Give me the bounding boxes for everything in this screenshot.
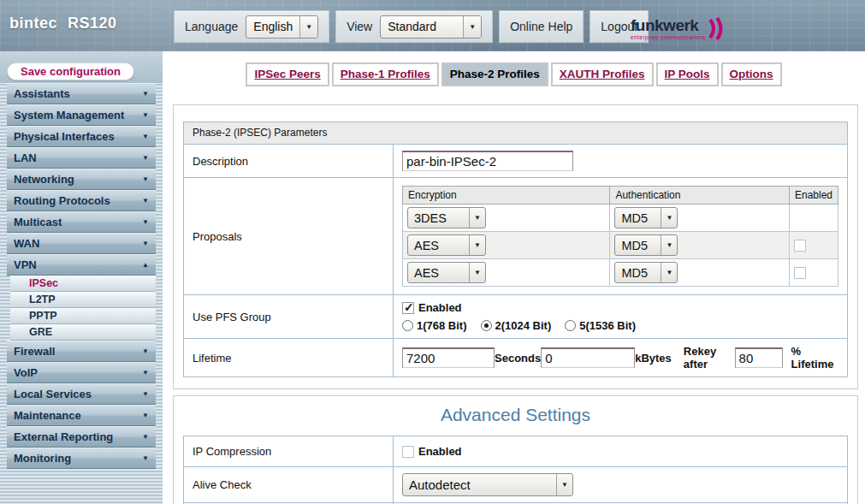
view-select[interactable]: Standard ▼	[380, 15, 482, 39]
tab-ip-pools[interactable]: IP Pools	[656, 62, 719, 86]
proposal-row: AES▼ MD5▼	[403, 259, 838, 287]
proposal-enabled-checkbox[interactable]	[794, 240, 806, 252]
tab-xauth-profiles[interactable]: XAUTH Profiles	[551, 62, 654, 86]
sidebar-item-wan[interactable]: WAN▼	[7, 233, 156, 254]
ip-compression-label: IP Compression	[184, 436, 394, 466]
rekey-percent-input[interactable]	[735, 347, 783, 368]
chevron-down-icon: ▼	[142, 369, 149, 377]
form-row-ip-compression: IP Compression Enabled	[184, 436, 847, 466]
chevron-down-icon: ▼	[142, 390, 149, 398]
sidebar-item-assistants[interactable]: Assistants▼	[7, 83, 156, 104]
save-configuration-label: Save configuration	[21, 65, 121, 78]
sidebar-item-multicast[interactable]: Multicast▼	[7, 211, 156, 233]
chevron-down-icon: ▼	[142, 240, 149, 247]
description-input[interactable]	[402, 151, 573, 171]
chevron-down-icon: ▼	[556, 474, 572, 495]
encryption-select[interactable]: 3DES▼	[407, 207, 486, 228]
language-select[interactable]: English ▼	[246, 15, 318, 39]
sidebar-item-physical-interfaces[interactable]: Physical Interfaces▼	[7, 126, 156, 147]
chevron-down-icon: ▼	[469, 263, 485, 282]
pfs-group1-radio[interactable]	[402, 320, 413, 331]
chevron-down-icon: ▼	[142, 111, 149, 119]
sidebar-item-external-reporting[interactable]: External Reporting▼	[7, 426, 156, 448]
pfs-enabled-label: Enabled	[418, 301, 462, 314]
online-help-label: Online Help	[510, 20, 572, 33]
pfs-group2-label: 2(1024 Bit)	[495, 319, 552, 332]
proposals-header-enabled: Enabled	[789, 187, 838, 205]
alive-check-label: Alive Check	[184, 467, 394, 502]
sidebar-subitem-ipsec[interactable]: IPSec	[10, 276, 156, 292]
app-window: bintecRS120 Language English ▼ View Stan…	[0, 0, 865, 504]
vpn-subnav: IPSec L2TP PPTP GRE	[10, 276, 156, 341]
sidebar-item-vpn[interactable]: VPN▲	[7, 254, 156, 276]
tab-phase1-profiles[interactable]: Phase-1 Profiles	[332, 62, 439, 86]
pfs-label: Use PFS Group	[184, 295, 394, 338]
chevron-down-icon: ▼	[142, 347, 149, 355]
sidebar-item-monitoring[interactable]: Monitoring▼	[7, 448, 156, 469]
authentication-select[interactable]: MD5▼	[614, 234, 678, 256]
sidebar-subitem-l2tp[interactable]: L2TP	[10, 292, 156, 308]
lifetime-kbytes-input[interactable]	[541, 347, 635, 368]
language-select-value: English	[246, 20, 299, 33]
proposals-table: Encryption Authentication Enabled 3DES▼ …	[402, 186, 838, 287]
sidebar-item-networking[interactable]: Networking▼	[7, 169, 156, 190]
seconds-label: Seconds	[495, 352, 541, 365]
tab-phase2-profiles[interactable]: Phase-2 Profiles	[441, 62, 548, 86]
sidebar-item-firewall[interactable]: Firewall▼	[7, 341, 156, 362]
authentication-select[interactable]: MD5▼	[614, 262, 678, 283]
form-row-proposals: Proposals Encryption Authentication Enab…	[184, 177, 847, 294]
chevron-down-icon: ▼	[142, 154, 149, 162]
chevron-down-icon: ▼	[661, 235, 677, 255]
soundwave-icon	[708, 17, 723, 40]
advanced-settings-panel: Advanced Settings IP Compression Enabled…	[173, 395, 858, 504]
tab-bar: IPSec Peers Phase-1 Profiles Phase-2 Pro…	[163, 62, 865, 86]
alive-check-select[interactable]: Autodetect ▼	[402, 473, 573, 496]
sidebar-item-routing-protocols[interactable]: Routing Protocols▼	[7, 190, 156, 211]
sidebar-item-local-services[interactable]: Local Services▼	[7, 383, 156, 405]
brand-title: bintecRS120	[9, 15, 117, 33]
main-content: IPSec Peers Phase-1 Profiles Phase-2 Pro…	[163, 51, 865, 504]
chevron-down-icon: ▼	[142, 175, 149, 183]
pfs-group1-label: 1(768 Bit)	[417, 319, 467, 332]
lifetime-seconds-input[interactable]	[402, 347, 495, 368]
sidebar-top: Save configuration	[0, 51, 163, 83]
encryption-select[interactable]: AES▼	[407, 234, 486, 256]
sidebar-item-system-management[interactable]: System Management▼	[7, 104, 156, 126]
sidebar: Save configuration Assistants▼ System Ma…	[0, 51, 163, 504]
sidebar-subitem-pptp[interactable]: PPTP	[10, 308, 156, 324]
brand-name: bintec	[9, 15, 57, 32]
chevron-down-icon: ▼	[661, 208, 677, 228]
chevron-down-icon: ▼	[142, 90, 149, 98]
tab-options[interactable]: Options	[721, 62, 782, 86]
pfs-enabled-checkbox[interactable]	[402, 302, 414, 314]
tab-ipsec-peers[interactable]: IPSec Peers	[246, 62, 329, 86]
online-help-button[interactable]: Online Help	[499, 10, 584, 43]
sidebar-item-maintenance[interactable]: Maintenance▼	[7, 405, 156, 426]
encryption-select[interactable]: AES▼	[407, 262, 486, 283]
ip-compression-checkbox[interactable]	[402, 446, 414, 458]
chevron-down-icon: ▼	[299, 16, 317, 38]
view-panel: View Standard ▼	[335, 10, 493, 43]
kbytes-label: kBytes	[635, 352, 672, 365]
chevron-down-icon: ▼	[469, 208, 485, 228]
sidebar-subitem-gre[interactable]: GRE	[10, 324, 156, 341]
proposal-enabled-checkbox[interactable]	[794, 267, 806, 279]
authentication-select[interactable]: MD5▼	[614, 207, 678, 228]
sidebar-item-voip[interactable]: VoIP▼	[7, 362, 156, 383]
proposals-label: Proposals	[184, 178, 394, 294]
chevron-down-icon: ▼	[142, 433, 149, 441]
form-row-alive-check: Alive Check Autodetect ▼	[184, 466, 847, 502]
sidebar-item-lan[interactable]: LAN▼	[7, 147, 156, 169]
language-panel: Language English ▼	[174, 10, 329, 43]
view-label: View	[347, 20, 372, 33]
ip-compression-enabled-label: Enabled	[418, 445, 462, 458]
language-label: Language	[185, 20, 238, 33]
proposal-row: 3DES▼ MD5▼	[403, 205, 838, 232]
brand-model: RS120	[68, 15, 117, 32]
chevron-down-icon: ▼	[142, 454, 149, 462]
funkwerk-logo-tagline: enterprise communications	[631, 34, 706, 40]
save-configuration-button[interactable]: Save configuration	[7, 62, 134, 80]
pfs-group5-radio[interactable]	[565, 320, 576, 331]
description-label: Description	[184, 145, 394, 177]
pfs-group2-radio[interactable]	[481, 320, 492, 331]
